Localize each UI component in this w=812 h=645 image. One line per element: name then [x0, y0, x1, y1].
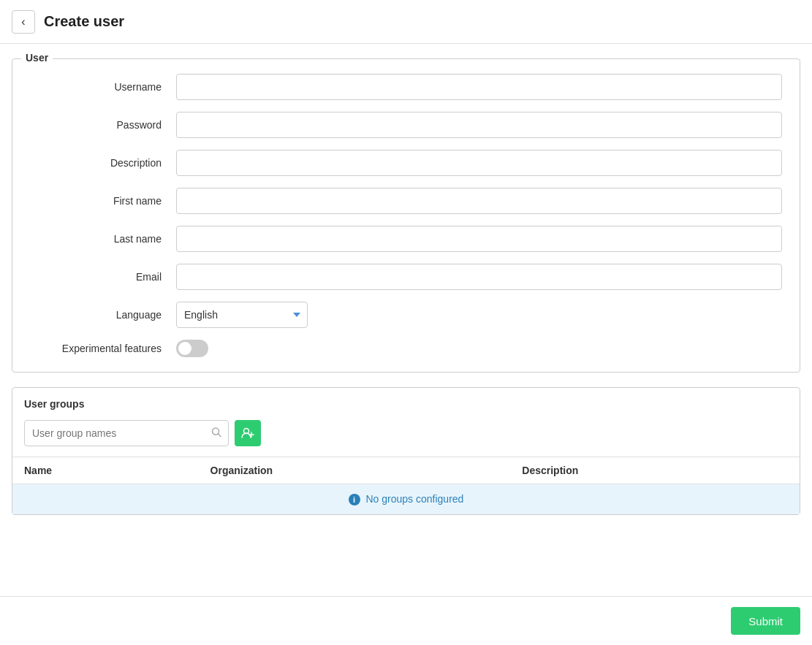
lastname-row: Last name — [30, 226, 782, 252]
username-row: Username — [30, 74, 782, 100]
language-select[interactable]: English French German Spanish — [176, 302, 308, 328]
lastname-label: Last name — [30, 233, 176, 245]
user-group-search-input[interactable] — [24, 420, 229, 446]
back-button[interactable]: ‹ — [12, 10, 35, 34]
firstname-input[interactable] — [176, 188, 782, 214]
page-header: ‹ Create user — [0, 0, 812, 44]
col-description-header: Description — [510, 457, 800, 484]
firstname-row: First name — [30, 188, 782, 214]
col-name-header: Name — [12, 457, 199, 484]
experimental-row: Experimental features — [30, 340, 782, 357]
language-select-wrapper: English French German Spanish — [176, 302, 308, 328]
page-title: Create user — [44, 13, 124, 30]
experimental-toggle-wrapper — [176, 340, 208, 357]
firstname-label: First name — [30, 195, 176, 207]
language-label: Language — [30, 309, 176, 321]
password-row: Password — [30, 112, 782, 138]
username-input[interactable] — [176, 74, 782, 100]
toggle-slider — [176, 340, 208, 357]
email-row: Email — [30, 264, 782, 290]
info-icon: i — [349, 494, 360, 505]
page-footer: Submit — [0, 596, 812, 645]
password-input[interactable] — [176, 112, 782, 138]
email-input[interactable] — [176, 264, 782, 290]
experimental-label: Experimental features — [30, 343, 176, 354]
back-icon: ‹ — [21, 15, 25, 28]
main-content: User Username Password Description First… — [0, 44, 812, 596]
description-row: Description — [30, 150, 782, 176]
submit-button[interactable]: Submit — [731, 607, 800, 635]
no-groups-message: No groups configured — [366, 493, 464, 505]
experimental-toggle[interactable] — [176, 340, 208, 357]
user-section-legend: User — [21, 52, 53, 64]
description-input[interactable] — [176, 150, 782, 176]
groups-search-row — [12, 417, 800, 457]
add-user-icon — [240, 426, 255, 440]
groups-table: Name Organization Description i No group… — [12, 457, 800, 514]
lastname-input[interactable] — [176, 226, 782, 252]
username-label: Username — [30, 81, 176, 93]
user-section: User Username Password Description First… — [12, 58, 800, 373]
description-label: Description — [30, 157, 176, 169]
search-input-wrapper — [24, 420, 229, 446]
no-groups-cell: i No groups configured — [12, 484, 800, 515]
language-row: Language English French German Spanish — [30, 302, 782, 328]
email-label: Email — [30, 271, 176, 283]
col-organization-header: Organization — [199, 457, 511, 484]
table-header-row: Name Organization Description — [12, 457, 800, 484]
password-label: Password — [30, 119, 176, 131]
add-group-button[interactable] — [235, 420, 261, 446]
user-groups-section: User groups — [12, 387, 800, 515]
user-groups-legend: User groups — [12, 388, 800, 417]
no-groups-row: i No groups configured — [12, 484, 800, 515]
